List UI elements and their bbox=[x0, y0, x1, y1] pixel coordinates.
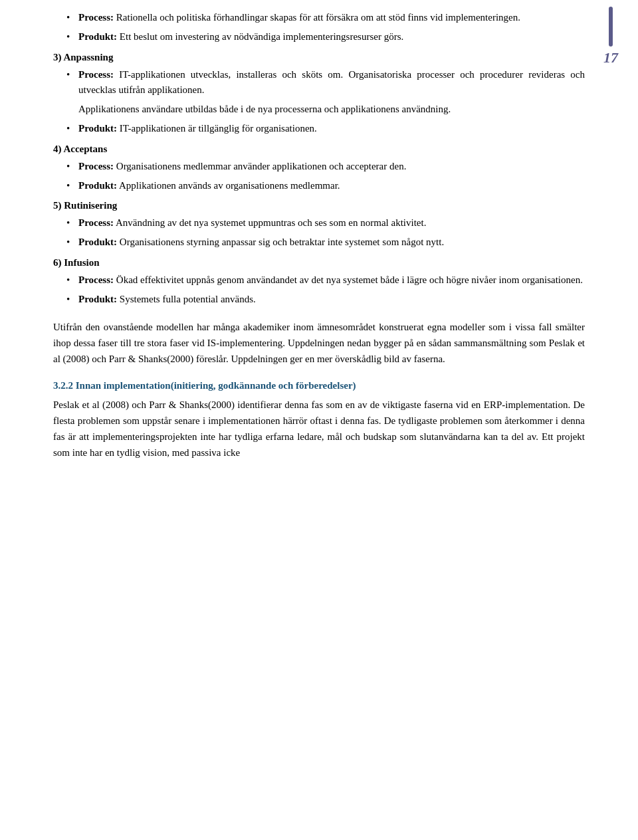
bullet-label: Process: bbox=[78, 69, 114, 80]
section-heading-4: 4) Acceptans bbox=[53, 144, 585, 155]
bullet-label: Produkt: bbox=[78, 180, 117, 191]
section-4: 4) Acceptans • Process: Organisationens … bbox=[53, 144, 585, 194]
bullet-label: Process: bbox=[78, 12, 114, 23]
section-heading-5: 5) Rutinisering bbox=[53, 200, 585, 211]
bullet-label: Process: bbox=[78, 161, 114, 171]
bullet-label: Produkt: bbox=[78, 237, 117, 247]
bullet-text: Process: IT-applikationen utvecklas, ins… bbox=[78, 67, 585, 98]
bullet-text: Produkt: Applikationen används av organi… bbox=[78, 178, 585, 193]
bullet-text: Process: Rationella och politiska förhan… bbox=[78, 10, 585, 25]
list-item: • Produkt: Ett beslut om investering av … bbox=[53, 29, 585, 45]
page-container: 17 • Process: Rationella och politiska f… bbox=[0, 0, 638, 840]
body-paragraph-1: Utifrån den ovanstående modellen har mån… bbox=[53, 319, 585, 367]
list-item: • Process: Rationella och politiska förh… bbox=[53, 10, 585, 25]
bullet-dot: • bbox=[66, 215, 78, 231]
page-number-area: 17 bbox=[603, 7, 618, 66]
list-item: Applikationens användare utbildas både i… bbox=[53, 102, 585, 117]
content-area: • Process: Rationella och politiska förh… bbox=[53, 7, 585, 461]
intro-bullets-section: • Process: Rationella och politiska förh… bbox=[53, 10, 585, 45]
list-item: • Produkt: Organisationens styrning anpa… bbox=[53, 235, 585, 250]
bullet-dot: • bbox=[66, 121, 78, 136]
bullet-label: Process: bbox=[78, 274, 114, 285]
section-5: 5) Rutinisering • Process: Användning av… bbox=[53, 200, 585, 251]
bullet-label: Produkt: bbox=[78, 31, 117, 42]
bullet-dot: • bbox=[66, 272, 78, 288]
bullet-text: Process: Användning av det nya systemet … bbox=[78, 215, 585, 231]
bullet-dot: • bbox=[66, 292, 78, 307]
section-heading-6: 6) Infusion bbox=[53, 257, 585, 268]
subheading-3-2-2: 3.2.2 Innan implementation(initiering, g… bbox=[53, 380, 585, 391]
bullet-dot: • bbox=[66, 10, 78, 25]
list-item: • Process: Ökad effektivitet uppnås geno… bbox=[53, 272, 585, 288]
bullet-dot: • bbox=[66, 178, 78, 193]
bullet-label: Process: bbox=[78, 217, 114, 228]
bullet-text: Produkt: Systemets fulla potential använ… bbox=[78, 292, 585, 307]
bullet-dot: • bbox=[66, 159, 78, 174]
bullet-text: Applikationens användare utbildas både i… bbox=[78, 102, 585, 117]
list-item: • Produkt: Applikationen används av orga… bbox=[53, 178, 585, 193]
section-heading-3: 3) Anpassning bbox=[53, 52, 585, 63]
list-item: • Produkt: IT-applikationen är tillgängl… bbox=[53, 121, 585, 136]
list-item: • Process: Användning av det nya systeme… bbox=[53, 215, 585, 231]
bullet-text: Produkt: IT-applikationen är tillgänglig… bbox=[78, 121, 585, 136]
bullet-text: Process: Ökad effektivitet uppnås genom … bbox=[78, 272, 585, 288]
bullet-text: Produkt: Organisationens styrning anpass… bbox=[78, 235, 585, 250]
section-6: 6) Infusion • Process: Ökad effektivitet… bbox=[53, 257, 585, 308]
page-number: 17 bbox=[603, 49, 618, 66]
page-bar bbox=[609, 7, 613, 47]
list-item: • Process: IT-applikationen utvecklas, i… bbox=[53, 67, 585, 98]
bullet-dot: • bbox=[66, 29, 78, 45]
list-item: • Produkt: Systemets fulla potential anv… bbox=[53, 292, 585, 307]
final-paragraph: Peslak et al (2008) och Parr & Shanks(20… bbox=[53, 397, 585, 461]
list-item: • Process: Organisationens medlemmar anv… bbox=[53, 159, 585, 174]
bullet-text: Process: Organisationens medlemmar använ… bbox=[78, 159, 585, 174]
bullet-label: Produkt: bbox=[78, 123, 117, 134]
bullet-label: Produkt: bbox=[78, 294, 117, 304]
bullet-dot: • bbox=[66, 235, 78, 250]
section-3: 3) Anpassning • Process: IT-applikatione… bbox=[53, 52, 585, 137]
bullet-dot: • bbox=[66, 67, 78, 82]
bullet-text: Produkt: Ett beslut om investering av nö… bbox=[78, 29, 585, 45]
